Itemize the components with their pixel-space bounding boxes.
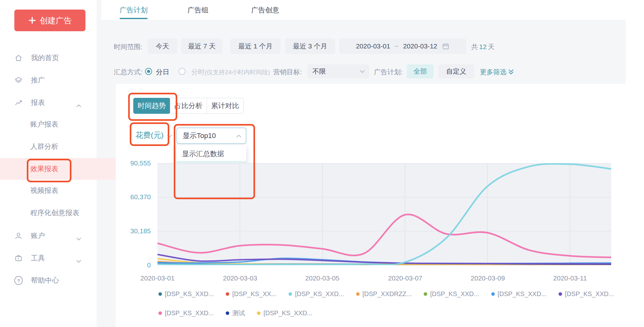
radio-by-day[interactable]: [145, 68, 152, 75]
sidebar-item-label: 帮助中心: [31, 276, 59, 285]
chevron-up-icon[interactable]: [76, 101, 81, 109]
tab-ad-creative[interactable]: 广告创意: [251, 5, 279, 15]
sidebar-item-label: 视频报表: [30, 186, 58, 195]
sidebar-item-home[interactable]: 我的首页: [0, 47, 97, 69]
chevron-down-icon[interactable]: [167, 133, 172, 139]
tab-ad-campaign[interactable]: 广告计划: [120, 5, 148, 15]
toolbox-icon: [14, 254, 23, 262]
legend-dot: [289, 292, 292, 296]
legend-dot: [226, 292, 229, 296]
sidebar-item-effect-report[interactable]: 效果报表: [0, 158, 127, 180]
range-chip-last-1-month[interactable]: 最近 1 个月: [230, 39, 281, 54]
sidebar-item-reports[interactable]: 报表: [0, 92, 97, 113]
report-chart-card: 时间趋势 占比分析 累计对比 花费(元) 显示Top10 显示汇总数据 显示To…: [116, 84, 626, 327]
option-show-summary[interactable]: 显示汇总数据: [176, 147, 246, 161]
legend-item[interactable]: 测试: [226, 309, 245, 317]
legend-item[interactable]: [DSP_XXDRZZ...: [356, 290, 412, 298]
user-icon: [14, 232, 23, 240]
chart-legend-row-2: [DSP_KS_XXD... 测试 [DSP_KS_XXD...: [158, 309, 312, 317]
topn-select[interactable]: 显示Top10: [176, 127, 246, 144]
chevron-down-icon: [360, 70, 365, 73]
create-ad-button[interactable]: 创建广告: [14, 10, 85, 31]
date-end: 2020-03-12: [403, 42, 437, 50]
sidebar-item-account-report[interactable]: 账户报表: [0, 113, 127, 135]
marketing-goal-select[interactable]: 不限: [307, 64, 369, 78]
sidebar-item-programmatic-creative-report[interactable]: 程序化创意报表: [0, 202, 127, 224]
aggregation-label: 汇总方式:: [114, 68, 143, 76]
legend-item[interactable]: [DSP_KS_XXD...: [289, 290, 344, 298]
more-filters-link[interactable]: 更多筛选: [480, 68, 514, 76]
view-tab-cumulative-compare[interactable]: 累计对比: [207, 98, 244, 114]
chart-view-switcher: 时间趋势 占比分析 累计对比: [133, 98, 244, 114]
sidebar-item-label: 账户报表: [30, 120, 58, 129]
campaign-all-button[interactable]: 全部: [407, 64, 434, 78]
line-chart-icon: [14, 98, 23, 107]
legend-dot: [356, 292, 360, 296]
range-chip-last-7-days[interactable]: 最近 7 天: [181, 39, 223, 54]
sidebar-item-label: 人群分析: [30, 142, 58, 151]
home-icon: [14, 54, 23, 62]
layers-icon: [14, 76, 23, 84]
plus-icon: [28, 17, 36, 24]
x-axis-tick: 2020-03-09: [471, 274, 505, 282]
legend-dot: [491, 292, 495, 296]
chevron-down-icon[interactable]: [76, 234, 81, 243]
y-axis-tick: 60,370: [116, 193, 151, 201]
y-axis-tick: 30,185: [116, 227, 151, 235]
sidebar-item-video-report[interactable]: 视频报表: [0, 180, 127, 201]
chevron-up-icon: [236, 134, 241, 138]
tab-ad-group[interactable]: 广告组: [187, 5, 209, 15]
legend-dot: [424, 292, 427, 296]
legend-item[interactable]: [DSP_KS_XXD...: [158, 290, 214, 298]
sidebar-item-label: 我的首页: [31, 53, 59, 63]
x-axis-tick: 2020-03-05: [305, 274, 339, 282]
view-tab-share-analysis[interactable]: 占比分析: [170, 98, 207, 114]
entity-tab-bar: 广告计划 广告组 广告创意: [101, 0, 644, 20]
sidebar-item-audience-analysis[interactable]: 人群分析: [0, 136, 127, 157]
view-tab-time-trend[interactable]: 时间趋势: [133, 98, 170, 114]
campaign-custom-button[interactable]: 自定义: [438, 64, 474, 78]
y-axis-tick: 90,555: [116, 159, 151, 167]
radio-by-day-label[interactable]: 分日: [156, 68, 169, 76]
legend-dot: [158, 311, 162, 315]
legend-item[interactable]: [DSP_KS_XXD...: [491, 290, 546, 298]
metric-selector[interactable]: 花费(元): [135, 130, 164, 140]
legend-dot: [226, 311, 229, 315]
total-days: 共12天: [471, 42, 494, 51]
create-ad-label: 创建广告: [40, 15, 72, 26]
radio-by-hour[interactable]: [179, 68, 186, 75]
x-axis-tick: 2020-03-01: [140, 274, 174, 282]
sidebar-item-help-center[interactable]: ? 帮助中心: [0, 270, 97, 291]
range-chip-last-3-months[interactable]: 最近 3 个月: [285, 39, 335, 54]
range-chip-today[interactable]: 今天: [148, 39, 177, 54]
sidebar-item-label: 效果报表: [30, 164, 58, 174]
y-axis-tick: 0: [116, 261, 151, 269]
double-chevron-down-icon: [508, 69, 514, 76]
x-axis-tick: 2020-03-11: [553, 274, 587, 282]
chart-legend-row-1: [DSP_KS_XXD... [DSP_KS_XX... [DSP_KS_XXD…: [158, 290, 614, 298]
sidebar-item-label: 账户: [31, 231, 45, 241]
sidebar: 创建广告 我的首页 推广 报表 账户报表 人群分析: [0, 0, 97, 327]
legend-item[interactable]: [DSP_KS_XX...: [226, 290, 276, 298]
calendar-icon: [442, 42, 450, 50]
legend-item[interactable]: [DSP_KS_XXD...: [559, 290, 614, 298]
sidebar-item-label: 程序化创意报表: [30, 208, 79, 218]
date-range-picker[interactable]: 2020-03-01 ~ 2020-03-12: [339, 39, 466, 54]
sidebar-item-label: 推广: [31, 76, 45, 85]
topn-select-value: 显示Top10: [183, 131, 216, 141]
legend-dot: [257, 311, 260, 315]
sidebar-item-promotion[interactable]: 推广: [0, 69, 97, 91]
campaign-filter-label: 广告计划:: [374, 68, 403, 76]
radio-by-hour-label[interactable]: 分时(仅支持24小时内时间段): [191, 68, 270, 76]
time-range-label: 时间范围:: [114, 42, 143, 51]
trend-chart-svg[interactable]: [157, 163, 611, 265]
legend-item[interactable]: [DSP_KS_XXD...: [424, 290, 479, 298]
marketing-goal-value: 不限: [312, 67, 326, 76]
active-tab-underline: [120, 18, 148, 19]
legend-item[interactable]: [DSP_KS_XXD...: [257, 309, 312, 317]
sidebar-item-account[interactable]: 账户: [0, 225, 97, 247]
chevron-down-icon[interactable]: [76, 257, 81, 265]
sidebar-item-tools[interactable]: 工具: [0, 247, 97, 269]
legend-item[interactable]: [DSP_KS_XXD...: [158, 309, 214, 317]
legend-dot: [158, 292, 162, 296]
